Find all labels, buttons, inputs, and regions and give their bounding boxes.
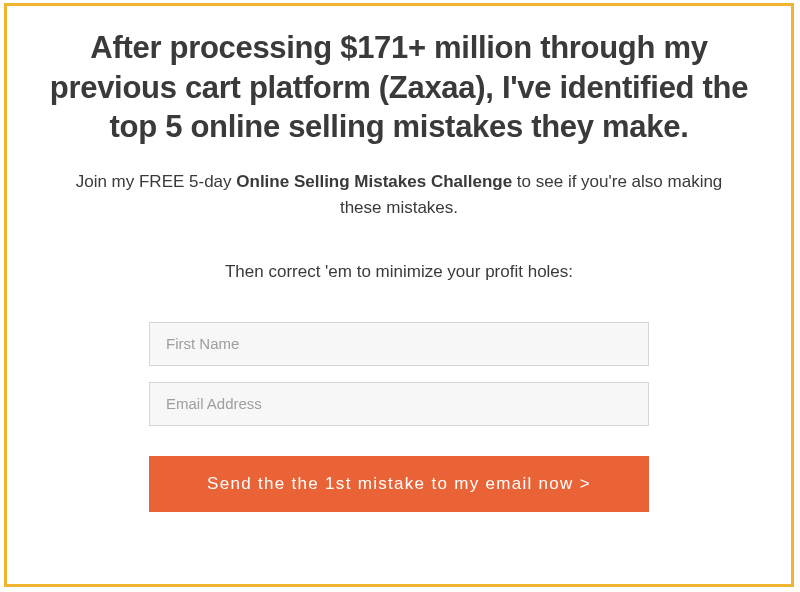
followup-text: Then correct 'em to minimize your profit…: [225, 262, 573, 282]
subhead: Join my FREE 5-day Online Selling Mistak…: [35, 169, 763, 222]
signup-form: Send the the 1st mistake to my email now…: [149, 322, 649, 512]
headline: After processing $171+ million through m…: [35, 28, 763, 147]
submit-button[interactable]: Send the the 1st mistake to my email now…: [149, 456, 649, 512]
landing-frame: After processing $171+ million through m…: [4, 3, 794, 587]
subhead-prefix: Join my FREE 5-day: [76, 172, 237, 191]
subhead-bold: Online Selling Mistakes Challenge: [236, 172, 512, 191]
first-name-field[interactable]: [149, 322, 649, 366]
email-field[interactable]: [149, 382, 649, 426]
